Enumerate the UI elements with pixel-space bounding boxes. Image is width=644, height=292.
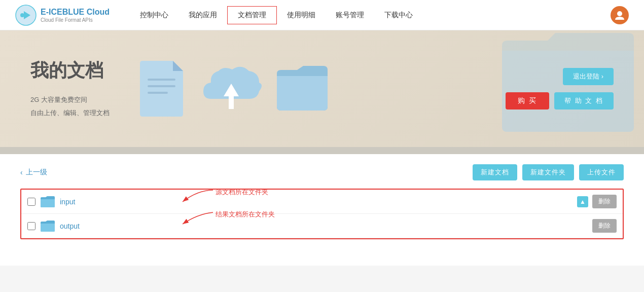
breadcrumb-label: 上一级: [26, 168, 47, 177]
output-folder-name[interactable]: output: [60, 222, 80, 230]
content-area: ‹ 上一级 新建文档 新建文件夹 上传文件 input: [0, 154, 644, 266]
user-icon: [614, 10, 625, 21]
logo-subtitle: Cloud File Format APIs: [41, 17, 110, 23]
cloud-upload-icon: [201, 61, 262, 117]
nav-item-download[interactable]: 下载中心: [374, 0, 423, 30]
highlighted-file-rows: input ▲ 删除 output 删除: [20, 189, 624, 239]
output-folder-icon: [41, 221, 55, 232]
input-row-actions: ▲ 删除: [577, 195, 617, 208]
nav-item-usage[interactable]: 使用明细: [277, 0, 326, 30]
hero-title: 我的文档: [30, 58, 110, 83]
hero-right: 退出登陆 › 购 买 帮 助 文 档: [506, 68, 614, 110]
header-right: [611, 6, 629, 24]
new-folder-button[interactable]: 新建文件夹: [522, 164, 574, 180]
upload-file-button[interactable]: 上传文件: [579, 164, 624, 180]
logo-icon: [15, 5, 37, 26]
logo-title: E-ICEBLUE Cloud: [41, 7, 110, 17]
logo-area: E-ICEBLUE Cloud Cloud File Format APIs: [15, 5, 110, 26]
breadcrumb-row: ‹ 上一级 新建文档 新建文件夹 上传文件: [20, 164, 624, 180]
hero-text: 我的文档 2G 大容量免费空间 自由上传、编辑、管理文档: [30, 58, 110, 120]
buy-button[interactable]: 购 买: [506, 92, 549, 110]
main-nav: 控制中心 我的应用 文档管理 使用明细 账号管理 下载中心: [130, 0, 611, 30]
breadcrumb-arrow-icon: ‹: [20, 168, 23, 176]
table-row: output 删除: [21, 214, 623, 238]
hero-subtitle: 2G 大容量免费空间 自由上传、编辑、管理文档: [30, 93, 110, 120]
nav-item-docs[interactable]: 文档管理: [227, 6, 277, 24]
user-avatar[interactable]: [611, 6, 629, 24]
svg-rect-6: [148, 92, 168, 94]
output-row-checkbox[interactable]: [27, 222, 35, 230]
collapse-button[interactable]: ▲: [577, 196, 588, 207]
input-folder-icon: [41, 196, 55, 207]
subtitle-line1: 2G 大容量免费空间: [30, 93, 110, 106]
input-delete-button[interactable]: 删除: [592, 195, 617, 208]
svg-rect-4: [148, 79, 175, 81]
table-row: input ▲ 删除: [21, 190, 623, 214]
nav-item-control[interactable]: 控制中心: [130, 0, 178, 30]
hero-icons: [140, 61, 328, 117]
action-buttons: 新建文档 新建文件夹 上传文件: [473, 164, 624, 180]
subtitle-line2: 自由上传、编辑、管理文档: [30, 106, 110, 120]
breadcrumb[interactable]: ‹ 上一级: [20, 168, 47, 177]
output-row-actions: 删除: [592, 219, 617, 233]
hero-banner: 我的文档 2G 大容量免费空间 自由上传、编辑、管理文档 退出登陆 ›: [0, 30, 644, 147]
svg-rect-5: [148, 85, 175, 87]
divider-bar: [0, 147, 644, 154]
hero-action-row: 购 买 帮 助 文 档: [506, 92, 614, 110]
document-icon: [140, 61, 186, 117]
logo-text: E-ICEBLUE Cloud Cloud File Format APIs: [41, 7, 110, 22]
svg-point-3: [617, 11, 622, 16]
output-delete-button[interactable]: 删除: [592, 219, 617, 233]
input-row-checkbox[interactable]: [27, 198, 35, 206]
nav-item-apps[interactable]: 我的应用: [178, 0, 227, 30]
header: E-ICEBLUE Cloud Cloud File Format APIs 控…: [0, 0, 644, 30]
nav-item-account[interactable]: 账号管理: [326, 0, 374, 30]
new-doc-button[interactable]: 新建文档: [473, 164, 517, 180]
svg-point-2: [20, 13, 24, 17]
help-button[interactable]: 帮 助 文 档: [554, 92, 614, 110]
logout-button[interactable]: 退出登陆 ›: [563, 68, 614, 85]
folder-icon: [277, 66, 328, 112]
file-list-container: input ▲ 删除 output 删除: [20, 189, 624, 239]
input-folder-name[interactable]: input: [60, 198, 75, 206]
